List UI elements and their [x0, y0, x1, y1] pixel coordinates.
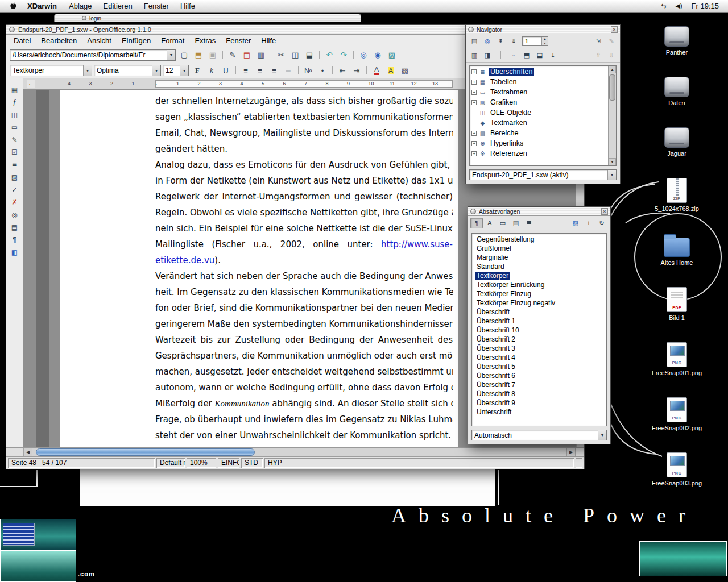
style-item[interactable]: Textkörper Einzug negativ: [473, 298, 606, 307]
menu-item[interactable]: Bearbeiten: [36, 35, 82, 46]
chevron-down-icon[interactable]: ▾: [180, 65, 188, 76]
italic-icon[interactable]: k: [205, 64, 218, 77]
style-item[interactable]: Überschrift 10: [473, 326, 606, 335]
tree-item-label[interactable]: OLE-Objekte: [489, 109, 533, 117]
document-line[interactable]: Mißerfolg der Kommunikation abhängig sin…: [155, 396, 453, 411]
tree-item[interactable]: + ▤ Bereiche: [470, 128, 607, 138]
close-button[interactable]: [470, 209, 476, 214]
document-line[interactable]: Wartezeit bis zur Zustellung oder Beding…: [155, 332, 453, 348]
style-item-label[interactable]: Unterschrift: [475, 408, 513, 416]
file-icon[interactable]: [664, 238, 690, 257]
menu-item[interactable]: Ansicht: [82, 35, 117, 46]
draw-functions-icon[interactable]: ✎: [9, 134, 21, 146]
insert-graphics-icon[interactable]: ▨: [9, 172, 21, 183]
style-item-label[interactable]: Marginalie: [475, 253, 510, 261]
file-icon[interactable]: [664, 26, 689, 47]
desktop-icon[interactable]: Daten: [642, 77, 712, 107]
file-icon[interactable]: [664, 77, 689, 97]
fill-format-icon[interactable]: ▨: [569, 218, 582, 228]
highlighting-icon[interactable]: A: [384, 64, 398, 77]
document-line[interactable]: der schnellen Internetzugänge, als dass …: [155, 93, 453, 109]
numbering-styles-icon[interactable]: ≣: [523, 218, 535, 228]
style-item[interactable]: Überschrift 2: [473, 335, 606, 344]
horizontal-scrollbar[interactable]: ◀ ▶: [6, 447, 584, 456]
frame-styles-icon[interactable]: ▭: [497, 218, 509, 228]
sep[interactable]: [494, 50, 507, 61]
style-item[interactable]: Überschrift 1: [473, 317, 606, 326]
style-item[interactable]: Überschrift 8: [473, 389, 606, 398]
style-item[interactable]: Überschrift: [473, 307, 606, 317]
file-icon[interactable]: PNG: [667, 397, 687, 422]
style-item-label[interactable]: Überschrift 4: [475, 354, 517, 361]
autotext-icon[interactable]: ≣: [9, 159, 21, 171]
insert-object-icon[interactable]: ◫: [9, 109, 21, 120]
document-line[interactable]: Frage, ob überhaupt und inwiefern dies i…: [155, 411, 453, 427]
font-name-combo[interactable]: Optima ▾: [94, 65, 161, 76]
style-item-label[interactable]: Überschrift 8: [475, 390, 517, 398]
document-line[interactable]: geändert hätten.: [155, 141, 453, 157]
tree-item-label[interactable]: Referenzen: [489, 149, 529, 157]
tree-item-label[interactable]: Grafiken: [489, 98, 519, 106]
style-item-label[interactable]: Überschrift 5: [475, 363, 517, 371]
close-button[interactable]: [82, 16, 86, 20]
spellcheck-icon[interactable]: ✓: [9, 184, 21, 196]
tree-item-label[interactable]: Hyperlinks: [489, 139, 525, 147]
style-item[interactable]: Überschrift 5: [473, 362, 606, 371]
nonprinting-characters-icon[interactable]: ¶: [9, 234, 21, 246]
scroll-down-icon[interactable]: ▼: [609, 158, 616, 165]
document-line[interactable]: Mailingliste (Fischer u.a., 2002, online…: [155, 236, 453, 252]
document-line[interactable]: etikette.de.vu).: [155, 252, 453, 268]
document-line[interactable]: sagen „klassischen“ etablierten textbasi…: [155, 109, 453, 125]
footer-icon[interactable]: ⬓: [533, 50, 546, 61]
sep[interactable]: [364, 64, 369, 77]
tree-scrollbar[interactable]: ▲ ▼: [608, 66, 616, 165]
file-icon[interactable]: PNG: [667, 452, 687, 477]
document-page[interactable]: der schnellen Internetzugänge, als dass …: [60, 90, 458, 447]
volume-icon[interactable]: ◀): [675, 2, 682, 10]
paste-icon[interactable]: ⬓: [303, 49, 316, 61]
document-line[interactable]: Regeln. Obwohl es viele spezifische Nett…: [155, 205, 453, 221]
undo-icon[interactable]: ↶: [322, 49, 336, 61]
style-item-label[interactable]: Standard: [475, 263, 506, 271]
style-item[interactable]: Textkörper Einzug: [473, 289, 606, 298]
sep[interactable]: [330, 64, 335, 77]
style-item[interactable]: Überschrift 7: [473, 380, 606, 389]
justify-icon[interactable]: ≣: [282, 64, 295, 77]
copy-icon[interactable]: ◫: [288, 49, 302, 61]
insert-fields-icon[interactable]: ƒ: [9, 97, 21, 108]
font-size-combo[interactable]: 12 ▾: [163, 65, 189, 76]
font-color-icon[interactable]: A: [370, 64, 383, 77]
form-icon[interactable]: ▭: [9, 122, 21, 133]
document-line[interactable]: autonom, wann er welche Bedingung erfüll…: [155, 380, 453, 396]
navigator-icon[interactable]: ◎: [357, 49, 370, 61]
login-window-titlebar[interactable]: login: [54, 14, 361, 22]
save-icon[interactable]: ▣: [206, 49, 220, 61]
scroll-track[interactable]: [32, 448, 566, 456]
print-icon[interactable]: ▥: [254, 49, 268, 61]
navigation-icon[interactable]: ◎: [481, 36, 494, 47]
underline-icon[interactable]: U: [219, 64, 233, 77]
insert-icon[interactable]: ▦: [9, 84, 21, 95]
style-item-label[interactable]: Überschrift 6: [475, 372, 517, 380]
scroll-thumb[interactable]: [36, 448, 255, 456]
expand-icon[interactable]: +: [471, 69, 477, 74]
menu-item[interactable]: Hilfe: [256, 35, 281, 46]
menu-item[interactable]: Format: [156, 35, 189, 46]
demote-level-icon[interactable]: ⇩: [605, 50, 618, 61]
export-pdf-icon[interactable]: ▤: [240, 49, 254, 61]
apple-menu[interactable]: [5, 2, 21, 10]
stylist-icon[interactable]: ◉: [371, 49, 384, 61]
window-titlebar[interactable]: Navigator ×: [466, 25, 620, 34]
online-layout-icon[interactable]: ◧: [9, 247, 21, 258]
tree-item[interactable]: + ※ Referenzen: [470, 148, 607, 159]
expand-icon[interactable]: +: [471, 141, 477, 146]
document-line[interactable]: neln sich. Ein Beispiel für eine solche …: [155, 221, 453, 236]
form-functions-icon[interactable]: ☑: [9, 147, 21, 158]
style-item-label[interactable]: Überschrift 9: [475, 399, 517, 407]
tree-item[interactable]: + ▭ Textrahmen: [470, 87, 607, 97]
chevron-down-icon[interactable]: ▾: [83, 65, 92, 76]
style-item-label[interactable]: Überschrift 7: [475, 381, 517, 389]
paragraph-styles-icon[interactable]: ¶: [470, 218, 483, 228]
document-line[interactable]: Gesprächspartners, die Kommunikation unm…: [155, 348, 453, 364]
style-item-label[interactable]: Grußformel: [475, 244, 513, 252]
